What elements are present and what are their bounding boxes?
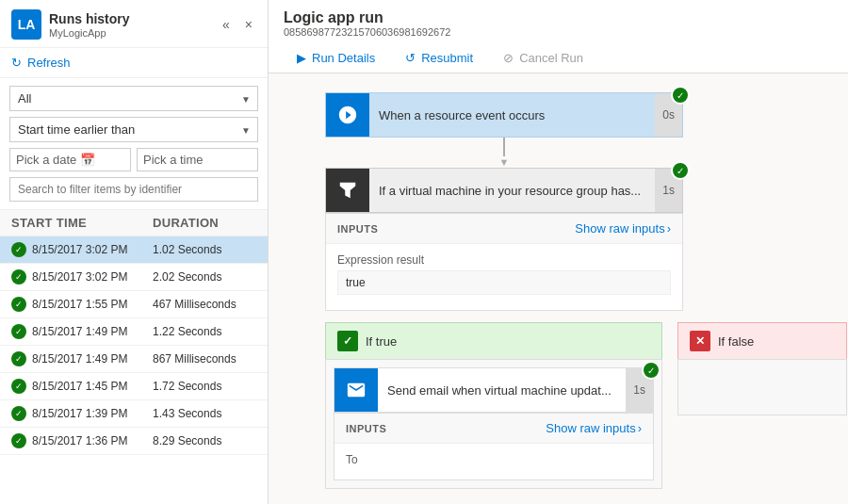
table-row[interactable]: ✓ 8/15/2017 1:49 PM 1.22 Seconds [0,318,268,346]
condition-show-raw-icon: › [667,221,671,236]
table-header: START TIME DURATION [0,210,268,236]
filter-time-wrapper: Start time earlier than Start time later… [9,117,258,142]
condition-show-raw-button[interactable]: Show raw inputs › [575,221,671,236]
calendar-icon: 📅 [80,153,95,167]
row-duration: 2.02 Seconds [153,270,256,284]
trigger-check: ✓ [671,86,690,105]
status-icon: ✓ [11,324,26,339]
condition-label: If a virtual machine in your resource gr… [369,184,655,198]
row-start-time: 8/15/2017 1:49 PM [32,352,147,366]
right-header: Logic app run 08586987723215706036981692… [269,0,848,73]
runs-table: START TIME DURATION ✓ 8/15/2017 3:02 PM … [0,210,268,504]
arrow1-head: ▼ [499,156,510,168]
true-branch-icon: ✓ [337,331,358,351]
table-row[interactable]: ✓ 8/15/2017 1:55 PM 467 Milliseconds [0,291,268,318]
trigger-step[interactable]: When a resource event occurs 0s ✓ [325,92,683,138]
table-row[interactable]: ✓ 8/15/2017 3:02 PM 2.02 Seconds [0,264,268,291]
run-details-button[interactable]: ▶Run Details [284,45,388,73]
email-step-block[interactable]: Send email when virtual machine updat...… [334,367,654,413]
refresh-label: Refresh [27,56,71,70]
panel-header-actions: « × [219,15,256,34]
email-check: ✓ [642,361,660,380]
true-branch-header: ✓ If true [325,322,662,359]
runs-rows: ✓ 8/15/2017 3:02 PM 1.02 Seconds ✓ 8/15/… [0,236,268,455]
search-input[interactable] [9,177,258,202]
row-duration: 1.43 Seconds [153,407,256,420]
arrow1-line [503,138,505,156]
condition-block[interactable]: If a virtual machine in your resource gr… [325,168,683,213]
panel-header-left: LA Runs history MyLogicApp [11,9,130,40]
row-duration: 8.29 Seconds [153,434,256,447]
status-icon: ✓ [11,379,26,394]
email-inputs-title: INPUTS [346,423,386,434]
condition-input-value-0: true [337,270,671,295]
date-row: Pick a date 📅 Pick a time [9,148,258,171]
time-placeholder: Pick a time [143,153,204,167]
filter-time-select[interactable]: Start time earlier than Start time later… [9,117,258,142]
cancel-run-label: Cancel Run [519,51,583,65]
row-duration: 1.22 Seconds [153,325,256,338]
email-input-label-to: To [346,453,642,466]
email-inputs-panel: INPUTS Show raw inputs › To [334,413,654,480]
condition-inputs-panel: INPUTS Show raw inputs › Expression resu… [325,213,683,311]
condition-step[interactable]: If a virtual machine in your resource gr… [325,168,683,213]
email-show-raw-button[interactable]: Show raw inputs › [546,421,642,435]
table-row[interactable]: ✓ 8/15/2017 1:49 PM 867 Milliseconds [0,346,268,373]
condition-inputs-title: INPUTS [337,223,378,235]
collapse-button[interactable]: « [219,15,234,34]
trigger-block[interactable]: When a resource event occurs 0s ✓ [325,92,683,138]
date-picker[interactable]: Pick a date 📅 [9,148,131,171]
run-id: 08586987723215706036981692672 [284,26,833,38]
row-duration: 867 Milliseconds [153,352,256,366]
refresh-icon: ↻ [11,56,22,70]
date-placeholder: Pick a date [16,153,76,167]
flow-container: When a resource event occurs 0s ✓ ▼ [325,92,829,489]
time-picker[interactable]: Pick a time [137,148,258,171]
table-row[interactable]: ✓ 8/15/2017 1:39 PM 1.43 Seconds [0,400,268,428]
branch-area: ✓ If true Send ema [325,322,847,489]
email-show-raw-label: Show raw inputs [546,421,635,435]
app-icon: LA [11,9,41,40]
status-icon: ✓ [11,297,26,312]
panel-titles: Runs history MyLogicApp [49,10,130,39]
resubmit-icon: ↺ [405,51,416,65]
false-branch-label: If false [718,334,754,349]
left-panel: LA Runs history MyLogicApp « × ↻ Refresh… [0,0,269,504]
status-icon: ✓ [11,433,26,448]
row-duration: 1.72 Seconds [153,380,256,393]
row-start-time: 8/15/2017 3:02 PM [32,270,147,284]
table-row[interactable]: ✓ 8/15/2017 1:36 PM 8.29 Seconds [0,428,268,455]
resubmit-button[interactable]: ↺Resubmit [392,45,486,73]
row-start-time: 8/15/2017 1:39 PM [32,407,147,420]
filter-type-select[interactable]: All Succeeded Failed Running [9,86,258,111]
email-icon [346,380,367,400]
condition-icon-box [326,169,369,212]
false-branch: ✕ If false [677,322,847,415]
true-branch-content: Send email when virtual machine updat...… [325,359,662,489]
row-duration: 467 Milliseconds [153,298,256,311]
status-icon: ✓ [11,406,26,421]
table-row[interactable]: ✓ 8/15/2017 3:02 PM 1.02 Seconds [0,236,268,264]
cancel-run-icon: ⊘ [503,51,514,65]
arrow1: ▼ [325,138,683,168]
col-start-time-header: START TIME [11,216,153,230]
filters: All Succeeded Failed Running ▼ Start tim… [0,78,268,210]
run-actions: ▶Run Details↺Resubmit⊘Cancel Run [284,45,833,73]
condition-inputs-header: INPUTS Show raw inputs › [326,214,682,244]
col-duration-header: DURATION [153,216,256,230]
status-icon: ✓ [11,351,26,366]
row-start-time: 8/15/2017 1:55 PM [32,298,147,311]
run-details-label: Run Details [312,51,375,65]
email-inputs-header: INPUTS Show raw inputs › [334,414,653,444]
row-duration: 1.02 Seconds [153,243,256,256]
row-start-time: 8/15/2017 1:36 PM [32,434,147,447]
table-row[interactable]: ✓ 8/15/2017 1:45 PM 1.72 Seconds [0,373,268,400]
close-button[interactable]: × [241,15,256,34]
email-inputs-body: To [334,444,653,480]
email-label: Send email when virtual machine updat... [378,383,626,398]
false-branch-content [677,359,847,415]
condition-input-label-0: Expression result [337,253,671,267]
trigger-icon-box [326,93,369,137]
refresh-button[interactable]: ↻ Refresh [0,48,268,78]
trigger-icon [337,105,358,125]
